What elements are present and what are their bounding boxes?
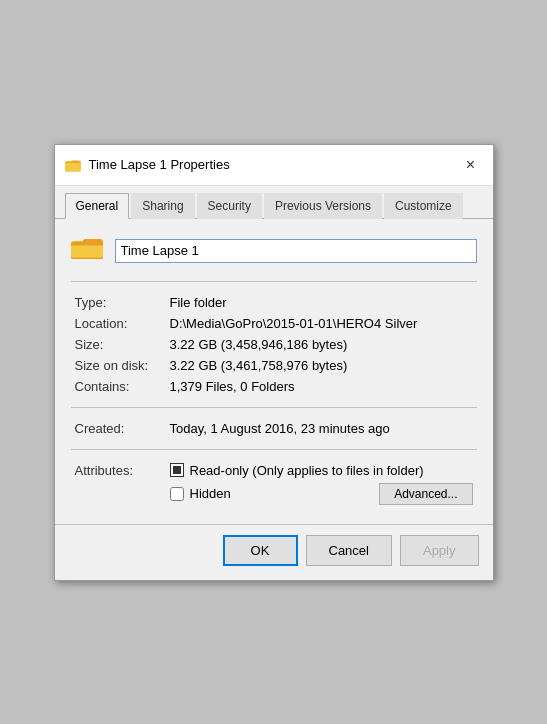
tab-sharing[interactable]: Sharing: [131, 193, 194, 219]
info-table: Type: File folder Location: D:\Media\GoP…: [71, 292, 477, 397]
attributes-controls-container: Read-only (Only applies to files in fold…: [170, 463, 473, 505]
table-row: Contains: 1,379 Files, 0 Folders: [71, 376, 477, 397]
table-row: Size: 3.22 GB (3,458,946,186 bytes): [71, 334, 477, 355]
tab-previous-versions[interactable]: Previous Versions: [264, 193, 382, 219]
tab-general[interactable]: General: [65, 193, 130, 219]
readonly-checkbox[interactable]: [170, 463, 184, 477]
value-size: 3.22 GB (3,458,946,186 bytes): [166, 334, 477, 355]
created-table: Created: Today, 1 August 2016, 23 minute…: [71, 418, 477, 439]
content-area: Type: File folder Location: D:\Media\GoP…: [55, 219, 493, 524]
divider-2: [71, 407, 477, 408]
folder-title-icon: [65, 157, 81, 173]
hidden-row: Hidden: [170, 486, 231, 501]
table-row: Type: File folder: [71, 292, 477, 313]
folder-name-row: [71, 235, 477, 267]
ok-button[interactable]: OK: [223, 535, 298, 566]
advanced-button[interactable]: Advanced...: [379, 483, 472, 505]
divider-3: [71, 449, 477, 450]
label-contains: Contains:: [71, 376, 166, 397]
hidden-label: Hidden: [190, 486, 231, 501]
tab-customize[interactable]: Customize: [384, 193, 463, 219]
tab-security[interactable]: Security: [197, 193, 262, 219]
tabs-bar: General Sharing Security Previous Versio…: [55, 186, 493, 219]
label-location: Location:: [71, 313, 166, 334]
folder-name-input[interactable]: [115, 239, 477, 263]
table-row: Size on disk: 3.22 GB (3,461,758,976 byt…: [71, 355, 477, 376]
attributes-row: Attributes: Read-only (Only applies to f…: [71, 460, 477, 508]
value-created: Today, 1 August 2016, 23 minutes ago: [166, 418, 477, 439]
value-contains: 1,379 Files, 0 Folders: [166, 376, 477, 397]
bottom-buttons: OK Cancel Apply: [55, 524, 493, 580]
hidden-checkbox[interactable]: [170, 487, 184, 501]
title-bar-text: Time Lapse 1 Properties: [89, 157, 459, 172]
attributes-controls: Read-only (Only applies to files in fold…: [166, 460, 477, 508]
readonly-label: Read-only (Only applies to files in fold…: [190, 463, 424, 478]
table-row: Location: D:\Media\GoPro\2015-01-01\HERO…: [71, 313, 477, 334]
label-attributes: Attributes:: [71, 460, 166, 508]
value-size-disk: 3.22 GB (3,461,758,976 bytes): [166, 355, 477, 376]
label-type: Type:: [71, 292, 166, 313]
value-type: File folder: [166, 292, 477, 313]
attributes-table: Attributes: Read-only (Only applies to f…: [71, 460, 477, 508]
properties-dialog: Time Lapse 1 Properties × General Sharin…: [54, 144, 494, 581]
apply-button[interactable]: Apply: [400, 535, 479, 566]
label-size: Size:: [71, 334, 166, 355]
divider-1: [71, 281, 477, 282]
close-button[interactable]: ×: [459, 153, 483, 177]
folder-icon: [71, 235, 103, 267]
hidden-advanced-row: Hidden Advanced...: [170, 483, 473, 505]
cancel-button[interactable]: Cancel: [306, 535, 392, 566]
value-location: D:\Media\GoPro\2015-01-01\HERO4 Silver: [166, 313, 477, 334]
label-created: Created:: [71, 418, 166, 439]
readonly-row: Read-only (Only applies to files in fold…: [170, 463, 473, 478]
label-size-disk: Size on disk:: [71, 355, 166, 376]
table-row: Created: Today, 1 August 2016, 23 minute…: [71, 418, 477, 439]
title-bar: Time Lapse 1 Properties ×: [55, 145, 493, 186]
